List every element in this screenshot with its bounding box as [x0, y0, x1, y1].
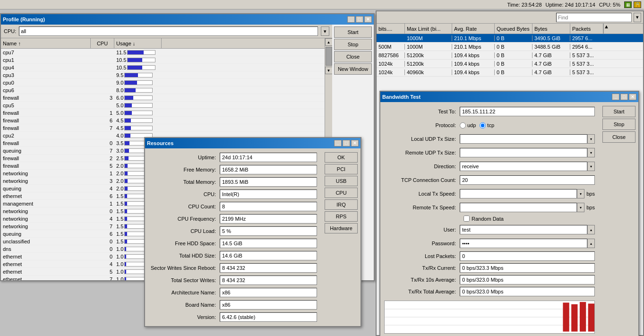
table-row[interactable]: firewall15.0 — [1, 109, 325, 117]
table-row[interactable]: cpu110.5 — [1, 56, 325, 64]
remote-tx-dropdown[interactable]: ▾ — [577, 203, 584, 212]
new-window-button[interactable]: New Window — [334, 63, 372, 75]
cpu-freq-value[interactable] — [220, 214, 317, 224]
table-row[interactable]: cpu711.5 — [1, 49, 325, 56]
remote-udp-size-input[interactable] — [460, 148, 587, 157]
res-rps-btn[interactable]: RPS — [325, 211, 358, 222]
bw-cell-bits: 1024k — [377, 69, 405, 75]
bw-data-row[interactable]: 500M 1000M 210.1 Mbps 0 B 3488.5 GiB 295… — [377, 43, 643, 51]
table-row[interactable]: firewall64.5 — [1, 117, 325, 124]
cell-cpu: 7 — [91, 148, 114, 154]
sector-writes-value[interactable] — [220, 263, 317, 273]
profile-maximize-btn[interactable]: □ — [356, 16, 363, 23]
bw-data-row[interactable]: 1024k 40960k 109.4 kbps 0 B 4.7 GiB 5 53… — [377, 68, 643, 77]
bw-col-packets[interactable]: Packets — [570, 24, 603, 34]
table-row[interactable]: cpu39.5 — [1, 71, 325, 79]
res-minimize-btn[interactable]: _ — [334, 140, 342, 146]
res-close-btn[interactable]: ✕ — [351, 140, 359, 146]
res-cpu-btn[interactable]: CPU — [325, 188, 358, 198]
random-data-checkbox[interactable] — [464, 215, 470, 222]
cell-usage: 9.0 — [114, 80, 162, 86]
res-hardware-btn[interactable]: Hardware — [325, 223, 358, 233]
th-name[interactable]: Name ↑ — [1, 38, 91, 48]
cell-name: firewall — [1, 118, 91, 123]
cpu-info-value[interactable] — [220, 190, 317, 199]
cpu-count-label: CPU Count: — [149, 204, 220, 209]
bw-data-row[interactable]: 1000M 210.1 Mbps 0 B 3490.5 GiB 2957 6..… — [377, 34, 643, 43]
scroll-up-btn[interactable]: ▲ — [325, 38, 333, 46]
arch-value[interactable] — [220, 288, 317, 297]
bw-data-row[interactable]: 8827586 51200k 109.4 kbps 0 B 4.7 GiB 5 … — [377, 51, 643, 60]
free-hdd-value[interactable] — [220, 239, 317, 248]
res-usb-btn[interactable]: USB — [325, 176, 358, 186]
bw-col-avg[interactable]: Avg. Rate — [452, 24, 495, 34]
password-dropdown[interactable]: ▴ — [587, 239, 595, 248]
table-row[interactable]: firewall36.0 — [1, 94, 325, 102]
th-usage[interactable]: Usage ↓ — [114, 38, 162, 48]
scroll-down-btn[interactable]: ▼ — [325, 67, 333, 74]
total-hdd-value[interactable] — [220, 251, 317, 260]
lock-icon[interactable]: 🔒 — [634, 1, 641, 8]
bw-find-dropdown[interactable]: ▾ — [634, 13, 641, 22]
tcp-conn-input[interactable] — [460, 175, 595, 185]
start-button[interactable]: Start — [334, 26, 372, 38]
res-pci-btn[interactable]: PCI — [325, 164, 358, 174]
user-dropdown[interactable]: ▴ — [587, 225, 595, 234]
uptime-value[interactable] — [220, 153, 317, 162]
protocol-tcp-option[interactable]: tcp — [480, 122, 494, 129]
bw-col-bits[interactable]: bits.... — [377, 24, 405, 34]
remote-tx-input[interactable] — [460, 203, 577, 212]
table-row[interactable]: cpu68.0 — [1, 86, 325, 94]
direction-dropdown[interactable]: ▾ — [587, 162, 595, 171]
bwtest-minimize-btn[interactable]: _ — [612, 94, 619, 100]
res-ok-btn[interactable]: OK — [325, 152, 358, 163]
local-tx-dropdown[interactable]: ▾ — [577, 189, 584, 198]
bw-scrollbar-up[interactable]: ▲ — [603, 24, 611, 34]
bwtest-close-btn[interactable]: ✕ — [629, 94, 636, 100]
local-tx-input[interactable] — [460, 189, 577, 198]
profile-minimize-btn[interactable]: _ — [347, 16, 355, 23]
res-irq-btn[interactable]: IRQ — [325, 199, 358, 210]
cpu-load-value[interactable] — [220, 226, 317, 236]
version-value[interactable] — [220, 312, 317, 322]
protocol-tcp-radio[interactable] — [480, 122, 486, 129]
bw-col-queued[interactable]: Queued Bytes — [495, 24, 532, 34]
bwtest-stop-btn[interactable]: Stop — [602, 119, 635, 130]
total-sector-value[interactable] — [220, 276, 317, 285]
cpu-count-value[interactable] — [220, 202, 317, 211]
password-input[interactable] — [460, 239, 587, 248]
bwtest-close-btn[interactable]: Close — [602, 131, 635, 143]
board-value[interactable] — [220, 300, 317, 310]
close-button[interactable]: Close — [334, 51, 372, 62]
direction-input[interactable] — [460, 162, 587, 171]
cpu-dropdown-btn[interactable]: ▾ — [321, 26, 329, 36]
stop-button[interactable]: Stop — [334, 39, 372, 50]
green-icon[interactable]: ▦ — [624, 1, 632, 8]
table-row[interactable]: firewall74.5 — [1, 124, 325, 132]
free-memory-value[interactable] — [220, 165, 317, 174]
bw-col-max[interactable]: Max Limit (bi... — [405, 24, 452, 34]
protocol-udp-radio[interactable] — [460, 122, 466, 129]
table-row[interactable]: cpu410.5 — [1, 64, 325, 71]
uptime-display: Uptime: 24d 10:17:14 — [546, 2, 595, 8]
th-cpu[interactable]: CPU — [91, 38, 114, 48]
bw-cell-queued: 0 B — [495, 69, 532, 75]
table-row[interactable]: cpu09.0 — [1, 79, 325, 86]
local-udp-dropdown[interactable]: ▾ — [587, 134, 595, 144]
cpu-input[interactable] — [19, 26, 318, 36]
bw-data-row[interactable]: 1024k 51200k 109.4 kbps 0 B 4.7 GiB 5 53… — [377, 60, 643, 68]
profile-close-btn[interactable]: ✕ — [364, 16, 372, 23]
bwtest-maximize-btn[interactable]: □ — [620, 94, 628, 100]
total-memory-value[interactable] — [220, 177, 317, 187]
scroll-thumb[interactable] — [326, 47, 332, 66]
bwtest-start-btn[interactable]: Start — [602, 106, 635, 117]
table-row[interactable]: cpu55.0 — [1, 102, 325, 109]
user-input[interactable] — [460, 225, 587, 234]
local-udp-size-input[interactable] — [460, 134, 587, 144]
res-maximize-btn[interactable]: □ — [343, 140, 350, 146]
test-to-input[interactable] — [460, 107, 595, 116]
bw-find-input[interactable] — [556, 13, 632, 22]
bw-col-bytes[interactable]: Bytes — [532, 24, 570, 34]
remote-udp-dropdown[interactable]: ▾ — [587, 148, 595, 157]
protocol-udp-option[interactable]: udp — [460, 122, 476, 129]
